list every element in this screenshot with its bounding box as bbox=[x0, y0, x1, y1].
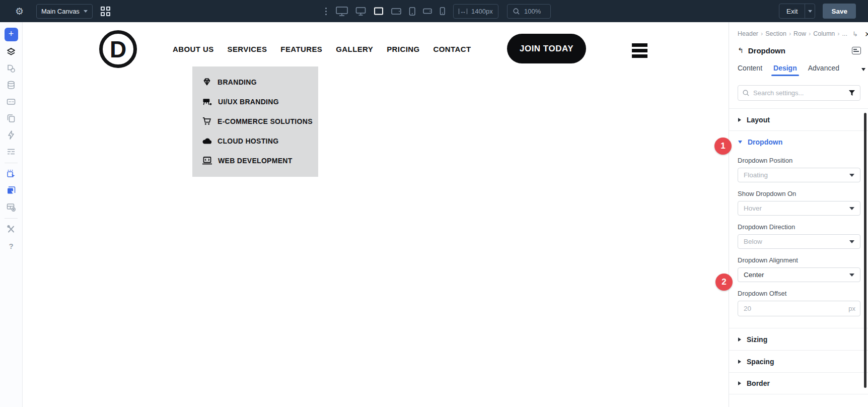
grid-view-icon[interactable] bbox=[101, 7, 110, 16]
dropdown-menu-preview: BRANDING UI/UX BRANDING E-COMMERCE SOLUT… bbox=[192, 66, 318, 177]
nav-item-gallery[interactable]: GALLERY bbox=[336, 45, 373, 53]
breadcrumb-separator: › bbox=[837, 30, 839, 37]
nav-item-services[interactable]: SERVICES bbox=[228, 45, 267, 53]
dropdown-alignment-select[interactable]: Center bbox=[738, 267, 860, 282]
settings-search-input[interactable] bbox=[738, 85, 860, 101]
main-canvas[interactable]: D ABOUT US SERVICES FEATURES GALLERY PRI… bbox=[23, 22, 729, 407]
actions-bolt-icon[interactable] bbox=[5, 129, 17, 141]
add-element-button[interactable]: + bbox=[5, 28, 18, 41]
panel-dock-icon[interactable] bbox=[852, 47, 861, 54]
header-nav: ABOUT US SERVICES FEATURES GALLERY PRICI… bbox=[173, 45, 471, 53]
database-icon[interactable] bbox=[5, 79, 17, 91]
section-label: Sizing bbox=[747, 335, 767, 344]
help-icon[interactable]: ? bbox=[5, 240, 17, 252]
menu-item-uiux[interactable]: UI/UX BRANDING bbox=[192, 92, 318, 111]
breadcrumb-header[interactable]: Header bbox=[738, 30, 758, 37]
chevron-down-icon bbox=[808, 10, 812, 13]
phone-landscape-icon[interactable] bbox=[422, 8, 432, 15]
section-sizing[interactable]: Sizing bbox=[729, 328, 868, 350]
caret-right-icon bbox=[738, 360, 741, 364]
canvas-selector-dropdown[interactable]: Main Canvas bbox=[36, 4, 93, 19]
field-dropdown-offset: Dropdown Offset px bbox=[738, 290, 860, 316]
hamburger-menu-icon[interactable] bbox=[632, 43, 647, 58]
nav-item-contact[interactable]: CONTACT bbox=[433, 45, 471, 53]
dropdown-offset-input[interactable] bbox=[738, 301, 860, 316]
settings-search bbox=[738, 85, 860, 101]
top-toolbar: ⚙ Main Canvas ↔ 1400px 100% bbox=[0, 0, 868, 22]
desktop-large-icon[interactable] bbox=[335, 6, 348, 16]
grid-settings-icon[interactable] bbox=[5, 201, 17, 213]
tab-advanced[interactable]: Advanced bbox=[808, 62, 839, 76]
tablet-portrait-icon[interactable] bbox=[408, 7, 416, 16]
left-sidebar: + ? bbox=[0, 22, 23, 407]
dropdown-position-select[interactable]: Floating bbox=[738, 168, 860, 182]
show-dropdown-on-select[interactable]: Hover bbox=[738, 201, 860, 216]
field-dropdown-alignment: Dropdown Alignment Center bbox=[738, 256, 860, 282]
select-value: Center bbox=[744, 271, 849, 279]
canvas-width-input[interactable]: ↔ 1400px bbox=[453, 4, 498, 19]
zoom-level-input[interactable]: 100% bbox=[507, 4, 551, 19]
element-title-row: ↰ Dropdown bbox=[729, 44, 868, 56]
site-logo[interactable]: D bbox=[99, 30, 137, 68]
structure-list-icon[interactable] bbox=[5, 146, 17, 158]
laptop-icon-active[interactable] bbox=[373, 7, 384, 16]
caret-down-icon bbox=[738, 141, 742, 144]
panel-scrollbar[interactable] bbox=[864, 113, 866, 388]
breadcrumb-column[interactable]: Column bbox=[813, 30, 835, 37]
tablet-landscape-icon[interactable] bbox=[391, 7, 402, 15]
breadcrumb-overflow[interactable]: ... bbox=[842, 30, 847, 37]
exit-button[interactable]: Exit bbox=[779, 4, 805, 18]
tab-design[interactable]: Design bbox=[773, 62, 797, 76]
design-icon bbox=[202, 97, 212, 106]
tools-icon[interactable] bbox=[5, 223, 17, 235]
nav-item-features[interactable]: FEATURES bbox=[280, 45, 322, 53]
layers-icon[interactable] bbox=[5, 46, 17, 58]
chevron-down-icon bbox=[849, 207, 854, 210]
settings-gear-icon[interactable]: ⚙ bbox=[15, 0, 24, 22]
chevron-down-icon[interactable] bbox=[861, 68, 865, 71]
section-dropdown[interactable]: Dropdown bbox=[729, 130, 868, 153]
dropdown-direction-select[interactable]: Below bbox=[738, 234, 860, 249]
menu-item-cloud[interactable]: CLOUD HOSTING bbox=[192, 131, 318, 151]
section-layout[interactable]: Layout bbox=[729, 108, 868, 130]
templates-icon[interactable] bbox=[5, 112, 17, 124]
menu-item-label: E-COMMERCE SOLUTIONS bbox=[218, 117, 313, 125]
caret-right-icon bbox=[738, 337, 741, 342]
menu-item-branding[interactable]: BRANDING bbox=[192, 72, 318, 92]
back-arrow-icon[interactable]: ↰ bbox=[738, 46, 744, 54]
join-today-button[interactable]: JOIN TODAY bbox=[507, 34, 586, 63]
grid-cell bbox=[106, 7, 110, 11]
section-border[interactable]: Border bbox=[729, 372, 868, 394]
exit-dropdown-toggle[interactable] bbox=[805, 4, 815, 18]
menu-item-ecommerce[interactable]: E-COMMERCE SOLUTIONS bbox=[192, 111, 318, 131]
chevron-down-icon bbox=[849, 174, 854, 177]
select-parent-icon[interactable]: ↳ bbox=[852, 30, 858, 38]
breadcrumb-section[interactable]: Section bbox=[765, 30, 786, 37]
select-mode-icon[interactable] bbox=[5, 168, 17, 180]
menu-item-webdev[interactable]: WEB DEVELOPMENT bbox=[192, 151, 318, 170]
cart-icon bbox=[202, 116, 212, 126]
close-panel-icon[interactable]: × bbox=[865, 29, 868, 39]
filter-funnel-icon[interactable] bbox=[848, 90, 855, 96]
select-value: Below bbox=[744, 238, 849, 245]
design-library-icon[interactable] bbox=[5, 62, 17, 75]
breadcrumb-row[interactable]: Row bbox=[793, 30, 806, 37]
menu-item-label: UI/UX BRANDING bbox=[218, 98, 279, 106]
section-spacing[interactable]: Spacing bbox=[729, 350, 868, 372]
menu-item-label: BRANDING bbox=[218, 78, 257, 86]
unit-suffix: px bbox=[848, 305, 855, 312]
nav-item-about[interactable]: ABOUT US bbox=[173, 45, 214, 53]
chevron-down-icon bbox=[849, 240, 854, 243]
nav-item-pricing[interactable]: PRICING bbox=[387, 45, 419, 53]
divider bbox=[5, 218, 18, 219]
more-options-icon[interactable] bbox=[325, 8, 327, 15]
select-value: Hover bbox=[744, 205, 849, 212]
menu-item-label: CLOUD HOSTING bbox=[218, 137, 278, 145]
tab-content[interactable]: Content bbox=[738, 62, 762, 76]
phone-portrait-icon[interactable] bbox=[439, 7, 446, 16]
form-field-icon[interactable] bbox=[5, 96, 17, 108]
save-button[interactable]: Save bbox=[823, 4, 856, 19]
desktop-icon[interactable] bbox=[355, 6, 367, 16]
multi-select-mode-icon[interactable] bbox=[5, 184, 17, 196]
settings-sections: Layout Dropdown Dropdown Position Floati… bbox=[729, 108, 868, 394]
